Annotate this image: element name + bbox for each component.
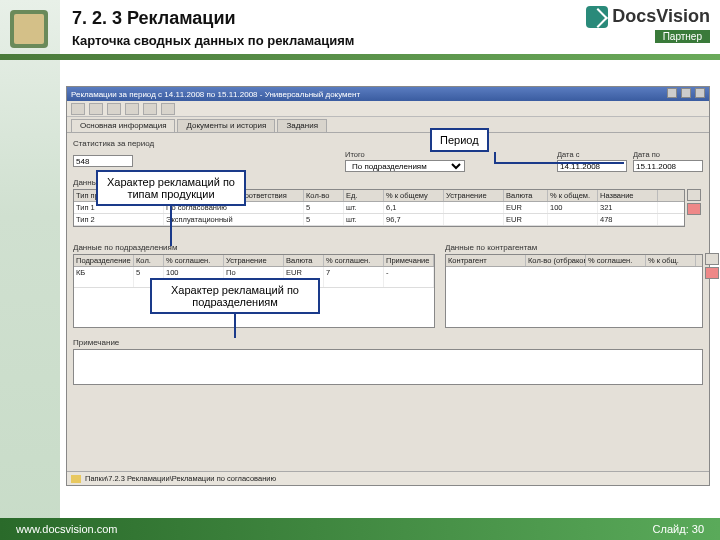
grouping-select[interactable]: По подразделениям	[345, 160, 465, 172]
header-band	[0, 54, 720, 60]
toolbar	[67, 101, 709, 117]
status-path: Папки\7.2.3 Рекламации\Рекламации по сог…	[85, 474, 276, 483]
note-label: Примечание	[73, 338, 703, 347]
footer-slide-number: Слайд: 30	[653, 523, 704, 535]
toolbar-button[interactable]	[125, 103, 139, 115]
add-row-button[interactable]	[687, 189, 701, 201]
delete-row-button[interactable]	[687, 203, 701, 215]
tab-docs[interactable]: Документы и история	[177, 119, 275, 132]
date-to-input[interactable]	[633, 160, 703, 172]
delete-row-button[interactable]	[705, 267, 719, 279]
statusbar: Папки\7.2.3 Рекламации\Рекламации по сог…	[67, 471, 709, 485]
docsvision-logo: DocsVision Партнер	[586, 6, 710, 43]
toolbar-button[interactable]	[89, 103, 103, 115]
toolbar-button[interactable]	[71, 103, 85, 115]
slide-subtitle: Карточка сводных данных по рекламациям	[72, 33, 354, 48]
window-title: Рекламации за период с 14.11.2008 по 15.…	[71, 90, 360, 99]
slide-heading: 7. 2. 3 Рекламации	[72, 8, 354, 29]
tab-tasks[interactable]: Задания	[277, 119, 327, 132]
tab-main[interactable]: Основная информация	[71, 119, 175, 132]
add-row-button[interactable]	[705, 253, 719, 265]
minimize-button[interactable]	[667, 88, 677, 98]
contragent-label: Данные по контрагентам	[445, 243, 703, 252]
stat-label: Статистика за период	[73, 139, 703, 148]
toolbar-button[interactable]	[143, 103, 157, 115]
tab-bar: Основная информация Документы и история …	[67, 117, 709, 133]
date-from-label: Дата с	[557, 150, 627, 159]
slide-footer: www.docsvision.com Слайд: 30	[0, 518, 720, 540]
stat-number[interactable]	[73, 155, 133, 167]
partner-badge: Партнер	[655, 30, 710, 43]
close-button[interactable]	[695, 88, 705, 98]
window-titlebar[interactable]: Рекламации за период с 14.11.2008 по 15.…	[67, 87, 709, 101]
callout-by-type: Характер рекламаций по типам продукции	[96, 170, 246, 206]
dept-label: Данные по подразделениям	[73, 243, 435, 252]
note-textarea[interactable]	[73, 349, 703, 385]
callout-by-dept: Характер рекламаций по подразделениям	[150, 278, 320, 314]
grid-by-contragent[interactable]: Контрагент Кол-во (отбракован) % соглаше…	[445, 254, 703, 328]
slide-decor	[0, 0, 60, 540]
folder-icon	[71, 475, 81, 483]
toolbar-button[interactable]	[161, 103, 175, 115]
toolbar-button[interactable]	[107, 103, 121, 115]
footer-url: www.docsvision.com	[16, 523, 117, 535]
callout-period: Период	[430, 128, 489, 152]
table-row: Тип 2 Эксплуатационный 5 шт. 96,7 EUR 47…	[74, 214, 684, 226]
title-area: 7. 2. 3 Рекламации Карточка сводных данн…	[72, 8, 354, 48]
maximize-button[interactable]	[681, 88, 691, 98]
link-icon	[586, 6, 608, 28]
date-to-label: Дата по	[633, 150, 703, 159]
